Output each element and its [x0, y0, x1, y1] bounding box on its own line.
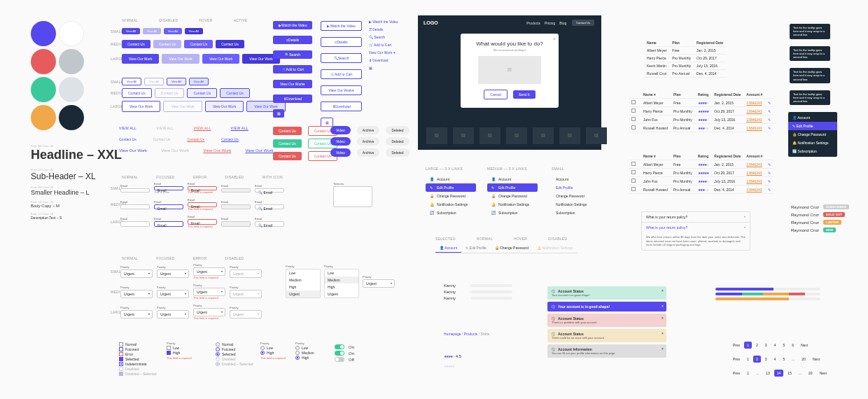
progress-segmented	[715, 293, 820, 295]
btn-work-hov[interactable]: View Our Work	[202, 54, 239, 64]
subheader-xl: Sub-Header – XL	[31, 172, 122, 181]
row-small: SMALL	[111, 29, 120, 34]
swatch-dark	[59, 105, 84, 130]
pagination-1: Prev 1 2 3 4 5 6 Next	[729, 342, 830, 349]
headline-l: Smaller Headline – L	[31, 189, 122, 196]
vnav-sm: Account Edit Profile Change Password Not…	[552, 175, 591, 217]
btn-work[interactable]: View Our Work	[122, 54, 159, 64]
modal-title: What would you like to do?	[468, 41, 552, 47]
textarea[interactable]	[333, 186, 372, 207]
logo: LOGO	[424, 20, 438, 25]
dropdown-open[interactable]: LowMediumHighUrgent	[286, 269, 321, 298]
alert: ⓘAccount InformationYou can fill out you…	[547, 344, 666, 358]
table-row[interactable]: Russell HowardPro Annual★★★★★Dec. 4, 201…	[629, 186, 774, 194]
table-full-2: Name ▾PlanRatingRegistered DateAmount # …	[629, 153, 774, 194]
btn-contact-dis: Contact Us	[153, 40, 182, 48]
btn-square[interactable]: ▦	[273, 109, 284, 118]
close-icon[interactable]: ×	[662, 346, 664, 351]
btn-watch[interactable]: ▶ Watch the Video	[273, 21, 312, 29]
swatch-white	[59, 21, 84, 46]
table-row[interactable]: Harry PiercePro MonthlyOct 29, 2017	[644, 55, 726, 62]
table-row[interactable]: John FoxPro Monthly★★★★★July 13, 2016138…	[629, 115, 774, 124]
col-disabled: DISABLED	[159, 18, 178, 22]
badge-soldout: SOLD OUT	[823, 212, 845, 217]
col-normal: NORMAL	[122, 18, 138, 22]
body-copy: Body Copy – M	[31, 204, 122, 208]
rad-normal[interactable]: Normal	[216, 342, 253, 346]
modal-dialog: × What would you like to do? We recommen…	[461, 34, 559, 108]
swatch-red	[31, 49, 56, 74]
btn-contact-act[interactable]: Contact Us	[216, 40, 244, 48]
btn-download[interactable]: ⬇ Download	[273, 94, 312, 103]
alert: ⓘYour account is in good shape!×	[547, 302, 666, 312]
swatch-gray	[59, 49, 84, 74]
btn-work-dd[interactable]: View Our Work ▾	[273, 80, 312, 88]
desc-text: Description Text – S	[31, 216, 122, 220]
badge-limited: LIMITED	[823, 220, 841, 225]
accordion: What is your return policy? What is your…	[641, 211, 750, 251]
cancel-button[interactable]: Cancel	[484, 90, 507, 99]
btn-search[interactable]: 🔍 Search	[273, 50, 312, 59]
table-row[interactable]: Russell HowardPro Annual★★★★★Dec. 4, 201…	[629, 124, 774, 132]
row-lg: LARGE	[111, 57, 120, 61]
btn-viewall[interactable]: View All	[122, 28, 140, 34]
toggle-off[interactable]	[335, 357, 344, 362]
link-viewall[interactable]: View All	[119, 126, 136, 130]
star-rating-empty[interactable]: ★★★★★	[444, 364, 454, 368]
toggle-on[interactable]	[335, 344, 344, 349]
table-row[interactable]: Harry PiercePro Monthly★★★★★Oct 29, 2017…	[629, 107, 774, 115]
modal-preview: LOGO Products Pricing Blog Contact Us 🖼 …	[418, 15, 601, 150]
badge-new: NEW	[823, 227, 836, 232]
vnav-med: 👤Account ✎Edit Profile 🔒Change Password …	[487, 175, 538, 217]
swatch-orange	[31, 105, 56, 130]
alert: ⓘAccount StatusThere's a problem with yo…	[547, 314, 666, 327]
star-rating[interactable]: ★★★★★ 4.5	[444, 354, 461, 358]
btn-contact[interactable]: Contact Us	[122, 40, 150, 48]
thumb: 🖼	[426, 127, 447, 144]
close-icon[interactable]: ×	[662, 316, 664, 320]
close-icon[interactable]: ×	[662, 304, 664, 308]
swatch-primary	[31, 21, 56, 46]
badge-subscriber: SUBSCRIBER	[823, 204, 849, 209]
btn-cart[interactable]: 🛒 Add to Cart	[273, 65, 312, 74]
table-row[interactable]: John FoxPro Monthly★★★★★July 13, 2016138…	[629, 177, 774, 186]
btn-work-dis: View Our Work	[162, 54, 199, 64]
col-hover: HOVER	[199, 18, 212, 22]
swatch-lightgray	[59, 77, 84, 102]
table-row[interactable]: Harry PiercePro Monthly★★★★★Oct 29, 2017…	[629, 169, 774, 177]
image-placeholder-icon: 🖼	[478, 56, 541, 84]
table-simple: NamePlanRegistered Date Albert MeyerFree…	[644, 39, 726, 78]
breadcrumb: Homepage / Products / Shirts	[444, 332, 489, 336]
send-button[interactable]: Send It	[513, 90, 536, 99]
alert: ⓘAccount StatusYour account is in good s…	[547, 286, 666, 300]
alert: ⓘAccount StatusThere could be an issue w…	[547, 329, 666, 342]
btn-viewall-dis: View All	[143, 28, 161, 34]
chk-normal[interactable]: Normal	[119, 342, 156, 346]
table-full: Name ▾PlanRatingRegistered DateAmount # …	[629, 91, 774, 132]
btn-contact-hov[interactable]: Contact Us	[184, 40, 213, 48]
close-icon[interactable]: ×	[662, 288, 664, 293]
context-menu: 👤 Account ✎ Edit Profile 🔒 Change Passwo…	[788, 112, 837, 157]
table-row[interactable]: Kevin MartinPro MonthlyJuly 13, 2016	[644, 62, 726, 70]
progress	[715, 288, 820, 290]
btn-details[interactable]: ≡ Details	[273, 36, 312, 44]
tooltip: Text for the tooltip goes here and it ma…	[790, 24, 830, 39]
swatch-green	[31, 77, 56, 102]
table-row[interactable]: Albert MeyerFree★★★★★Jan. 2, 20151384624…	[629, 160, 774, 169]
table-row[interactable]: Russell CruzPro AnnualDec. 4, 2014	[644, 70, 726, 78]
btn-viewall-hov[interactable]: View All	[164, 28, 182, 34]
table-row[interactable]: Albert MeyerFree★★★★★Jan. 2, 20151384624…	[629, 99, 774, 107]
close-icon[interactable]: ×	[553, 36, 556, 41]
pagination-2: Prev 1 2 3 4 5 ... 20 Next	[729, 356, 830, 363]
close-icon[interactable]: ×	[662, 331, 664, 335]
headline-xxl: Headline – XXL	[31, 148, 122, 162]
tabs: 👤 Account ✎ Edit Profile 🔒 Change Passwo…	[435, 244, 578, 253]
pagination-3: Prev 1 ... 13 14 15 ... 20 Next	[729, 370, 830, 377]
table-row[interactable]: Albert MeyerFreeJan. 2, 2015	[644, 47, 726, 55]
btn-viewall-act[interactable]: View All	[185, 28, 203, 34]
col-active: ACTIVE	[234, 18, 248, 22]
row-med: MEDIUM	[111, 42, 120, 46]
vnav-large: 👤Account ✎Edit Profile 🔒Change Password …	[426, 175, 476, 217]
